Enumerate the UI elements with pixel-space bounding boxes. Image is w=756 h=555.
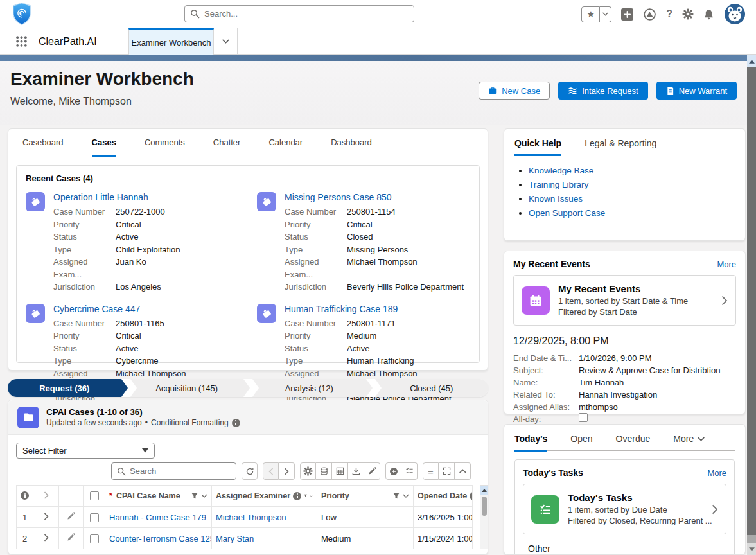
info-icon[interactable] — [293, 492, 301, 500]
add-record-plus-icon[interactable] — [385, 463, 401, 480]
new-warrant-button[interactable]: New Warrant — [656, 82, 737, 100]
column-header-opened-date[interactable]: Opened Date — [414, 486, 473, 507]
path-stage-acquisition[interactable]: Acquisition (145) — [130, 379, 244, 397]
case-title-link[interactable]: Cybercrime Case 447 — [53, 304, 140, 314]
document-icon — [666, 86, 674, 96]
column-header-priority[interactable]: Priority — [317, 486, 414, 507]
tab-overdue[interactable]: Overdue — [616, 434, 651, 452]
case-title-link[interactable]: Operation Little Hannah — [53, 192, 148, 202]
tab-legal-reporting[interactable]: Legal & Reporting — [585, 138, 656, 156]
tab-comments[interactable]: Comments — [145, 129, 185, 157]
chevron-down-icon[interactable] — [403, 494, 409, 498]
field-value: mthompso — [579, 401, 618, 413]
training-library-link[interactable]: Training Library — [529, 180, 588, 189]
recent-events-more-link[interactable]: More — [717, 260, 736, 269]
user-avatar[interactable] — [724, 3, 746, 25]
row-edit-pencil-icon[interactable] — [59, 528, 84, 549]
intake-request-button[interactable]: Intake Request — [558, 82, 647, 100]
notifications-bell-icon[interactable] — [703, 9, 714, 20]
row-expand-chevron-icon[interactable] — [33, 507, 59, 528]
examiner-link[interactable]: Michael Thompson — [216, 513, 286, 522]
filter-funnel-icon[interactable] — [392, 492, 400, 500]
chevron-down-icon[interactable] — [310, 494, 313, 498]
tab-more[interactable]: More — [673, 434, 705, 452]
grid-view-icon[interactable] — [332, 463, 348, 480]
refresh-icon[interactable] — [242, 463, 258, 480]
scroll-up-icon[interactable] — [747, 55, 756, 67]
expand-fullscreen-icon[interactable] — [439, 463, 455, 480]
app-launcher-waffle-icon[interactable] — [15, 35, 28, 48]
page-scrollbar-thumb[interactable] — [747, 67, 756, 535]
help-icon[interactable]: ? — [666, 8, 672, 20]
nav-tab-label: Examiner Workbench — [131, 38, 211, 48]
tab-open[interactable]: Open — [570, 434, 592, 452]
nav-tab-dropdown-button[interactable] — [214, 28, 238, 55]
todays-tasks-more-link[interactable]: More — [707, 468, 726, 478]
path-stage-request[interactable]: Request (36) — [8, 379, 121, 397]
path-stage-analysis[interactable]: Analysis (12) — [252, 379, 366, 397]
info-icon[interactable] — [232, 419, 240, 427]
new-case-button[interactable]: New Case — [479, 82, 550, 100]
data-source-icon[interactable] — [316, 463, 332, 480]
event-title[interactable]: 12/29/2025, 8:00 PM — [513, 335, 736, 347]
table-scrollbar-thumb[interactable] — [482, 497, 487, 516]
row-checkbox[interactable] — [90, 513, 99, 522]
trailhead-icon[interactable] — [643, 8, 656, 21]
tab-calendar[interactable]: Calendar — [268, 129, 303, 157]
list-filter-select[interactable]: Select Filter — [16, 443, 155, 459]
tab-todays[interactable]: Today's — [514, 434, 547, 452]
tab-cases[interactable]: Cases — [92, 129, 116, 157]
open-support-case-link[interactable]: Open Support Case — [529, 208, 605, 218]
case-title-link[interactable]: Human Trafficking Case 189 — [285, 304, 398, 314]
edit-pencil-icon[interactable] — [364, 463, 380, 480]
path-stage-closed[interactable]: Closed (45) — [375, 379, 489, 397]
info-icon[interactable] — [21, 491, 29, 500]
table-scroll-up-icon[interactable] — [480, 486, 488, 495]
tab-dashboard[interactable]: Dashboard — [331, 129, 372, 157]
download-icon[interactable] — [348, 463, 364, 480]
row-checkbox[interactable] — [90, 534, 99, 543]
filter-funnel-icon[interactable] — [304, 492, 307, 500]
case-title-link[interactable]: Missing Persons Case 850 — [285, 192, 392, 202]
page-previous-icon[interactable] — [263, 463, 279, 480]
table-scrollbar[interactable] — [480, 485, 488, 549]
filter-funnel-icon[interactable] — [191, 492, 198, 500]
case-name-link[interactable]: Hannah - Crime Case 179 — [109, 513, 206, 522]
tab-chatter[interactable]: Chatter — [213, 129, 241, 157]
list-toolbar: ≡ — [8, 459, 488, 485]
knowledge-base-link[interactable]: Knowledge Base — [529, 166, 593, 175]
list-search — [111, 463, 236, 480]
tab-caseboard[interactable]: Caseboard — [22, 129, 64, 157]
settings-gear-icon[interactable] — [300, 463, 316, 480]
nav-tab-examiner-workbench[interactable]: Examiner Workbench — [128, 28, 214, 55]
known-issues-link[interactable]: Known Issues — [529, 194, 583, 204]
collapse-chevron-up-icon[interactable] — [455, 463, 471, 480]
select-all-checkbox[interactable] — [90, 491, 99, 500]
recent-cases-title: Recent Cases (4) — [26, 173, 470, 183]
setup-gear-icon[interactable] — [682, 8, 694, 20]
favorites-dropdown-button[interactable] — [600, 6, 611, 22]
page-scrollbar[interactable] — [747, 55, 756, 555]
favorite-star-icon[interactable]: ★ — [581, 6, 600, 22]
recent-cases-grid: Operation Little Hannah Case Number25072… — [26, 192, 470, 405]
todays-tasks-card[interactable]: Today's Tasks 1 item, sorted by Due Date… — [523, 484, 726, 534]
global-actions-plus-icon[interactable] — [621, 8, 633, 21]
chevron-right-icon — [712, 504, 718, 515]
checklist-icon[interactable] — [401, 463, 418, 480]
scroll-down-icon[interactable] — [747, 543, 756, 555]
info-icon[interactable] — [470, 492, 472, 500]
chevron-down-icon[interactable] — [201, 494, 207, 498]
case-name-link[interactable]: Counter-Terrorism Case 125 — [109, 534, 212, 543]
page-next-icon[interactable] — [279, 463, 295, 480]
list-search-input[interactable] — [130, 466, 231, 476]
tab-quick-help[interactable]: Quick Help — [514, 138, 561, 156]
menu-hamburger-icon[interactable]: ≡ — [423, 463, 439, 480]
column-header-assigned-examiner[interactable]: Assigned Examiner — [212, 486, 317, 507]
column-header-case-name[interactable]: * CPAI Case Name — [105, 486, 212, 507]
examiner-link[interactable]: Mary Stan — [216, 534, 254, 543]
row-expand-chevron-icon[interactable] — [33, 528, 59, 549]
global-search-input[interactable] — [204, 9, 409, 19]
all-day-checkbox[interactable] — [579, 413, 588, 422]
row-edit-pencil-icon[interactable] — [59, 507, 84, 528]
recent-events-card[interactable]: My Recent Events 1 item, sorted by Start… — [513, 275, 736, 326]
